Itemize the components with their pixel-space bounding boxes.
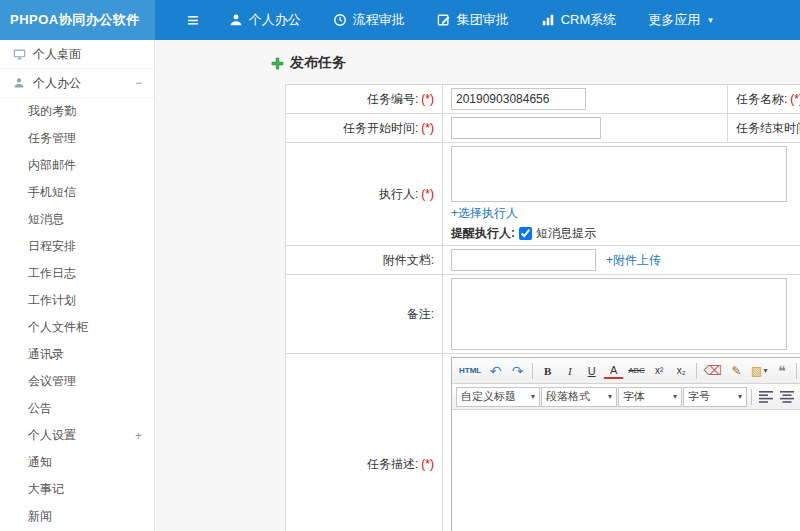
sidebar-item-work-plan[interactable]: 工作计划 [0, 287, 154, 314]
sidebar-item-label: 新闻 [28, 508, 52, 525]
sidebar-item-label: 手机短信 [28, 184, 76, 201]
select-label: 字号 [688, 389, 710, 404]
main-area: 发布任务 任务编号:(*) 任务名称:(*) [155, 40, 800, 531]
underline-button[interactable]: U [581, 361, 602, 381]
clock-icon [333, 13, 347, 27]
caret-down-icon: ▾ [608, 392, 612, 401]
source-button[interactable]: HTML [456, 361, 484, 381]
nav-label: 集团审批 [457, 11, 509, 29]
select-executor-link[interactable]: +选择执行人 [451, 206, 518, 220]
bold-button[interactable]: B [537, 361, 558, 381]
italic-button[interactable]: I [559, 361, 580, 381]
sidebar-item-label: 我的考勤 [28, 103, 76, 120]
editor-toolbar-row1: HTML ↶ ↷ B I U A ABC x² x₂ ⌫ [452, 358, 800, 384]
app-logo[interactable]: PHPOA协同办公软件 [0, 0, 155, 40]
align-left-icon [759, 391, 773, 403]
executor-textarea[interactable] [451, 146, 787, 202]
publish-task-form: 任务编号:(*) 任务名称:(*) 任务开始时间:(*) [285, 84, 800, 531]
field-label: 任务结束时间: [736, 121, 800, 135]
sidebar-item-internal-mail[interactable]: 内部邮件 [0, 152, 154, 179]
remark-cell [443, 275, 800, 354]
sidebar-item-work-log[interactable]: 工作日志 [0, 260, 154, 287]
align-center-button[interactable] [777, 387, 797, 407]
caret-down-icon: ▾ [738, 392, 742, 401]
caret-down-icon: ▾ [531, 392, 535, 401]
redo-icon[interactable]: ↷ [507, 361, 528, 381]
paragraph-format-select[interactable]: 段落格式▾ [541, 387, 617, 407]
remark-label: 备注: [286, 275, 443, 354]
sidebar-item-task-management[interactable]: 任务管理 [0, 125, 154, 152]
toolbar-separator [751, 389, 752, 405]
sidebar-item-events[interactable]: 大事记 [0, 476, 154, 503]
select-label: 自定义标题 [461, 389, 516, 404]
attachment-input[interactable] [451, 249, 596, 271]
sidebar-item-schedule[interactable]: 日程安排 [0, 233, 154, 260]
subscript-button[interactable]: x₂ [671, 361, 692, 381]
sidebar-item-file-cabinet[interactable]: 个人文件柜 [0, 314, 154, 341]
toolbar-separator [696, 363, 697, 379]
sidebar-item-label: 大事记 [28, 481, 64, 498]
sidebar-item-personal-office[interactable]: 个人办公 − [0, 69, 154, 98]
editor-toolbar-row2: 自定义标题▾ 段落格式▾ 字体▾ 字号▾ [452, 384, 800, 410]
sidebar-item-meeting[interactable]: 会议管理 [0, 368, 154, 395]
sidebar-item-attendance[interactable]: 我的考勤 [0, 98, 154, 125]
sidebar-item-label: 会议管理 [28, 373, 76, 390]
nav-label: CRM系统 [561, 11, 617, 29]
sidebar-item-label: 任务管理 [28, 130, 76, 147]
align-left-button[interactable] [756, 387, 776, 407]
blockquote-button[interactable]: ❝ [771, 361, 792, 381]
remark-textarea[interactable] [451, 278, 787, 350]
field-label: 任务开始时间: [343, 121, 418, 135]
font-family-select[interactable]: 字体▾ [618, 387, 682, 407]
menu-toggle-icon[interactable]: ≡ [187, 10, 199, 30]
font-size-select[interactable]: 字号▾ [683, 387, 747, 407]
format-painter-button[interactable]: ✎ [726, 361, 747, 381]
nav-more-apps[interactable]: 更多应用 ▾ [648, 11, 713, 29]
required-mark: (*) [421, 92, 434, 106]
table-row: 执行人:(*) +选择执行人 提醒执行人: 短消息提示 [286, 143, 800, 246]
field-label: 任务名称: [736, 92, 787, 106]
nav-personal-office[interactable]: 个人办公 [229, 11, 301, 29]
sidebar-item-short-message[interactable]: 短消息 [0, 206, 154, 233]
table-row: 备注: [286, 275, 800, 354]
nav-crm[interactable]: CRM系统 [541, 11, 617, 29]
toolbar-separator [796, 363, 797, 379]
field-label: 备注: [407, 307, 434, 321]
strikethrough-button[interactable]: ABC [625, 361, 647, 381]
nav-group-approval[interactable]: 集团审批 [437, 11, 509, 29]
custom-title-select[interactable]: 自定义标题▾ [456, 387, 540, 407]
start-time-label: 任务开始时间:(*) [286, 114, 443, 143]
user-icon [12, 77, 26, 89]
end-time-label: 任务结束时间:(*) [728, 114, 800, 143]
superscript-button[interactable]: x² [649, 361, 670, 381]
field-label: 附件文档: [383, 253, 434, 267]
caret-down-icon: ▾ [763, 366, 767, 375]
add-icon [271, 57, 284, 70]
select-label: 字体 [623, 389, 645, 404]
sidebar-item-mobile-sms[interactable]: 手机短信 [0, 179, 154, 206]
attachment-cell: +附件上传 [443, 246, 800, 275]
font-marker-button[interactable]: A [603, 363, 624, 379]
expand-icon[interactable]: + [135, 429, 142, 443]
sidebar-item-news[interactable]: 新闻 [0, 503, 154, 530]
sidebar-item-announcement[interactable]: 公告 [0, 395, 154, 422]
table-row: 任务描述:(*) HTML ↶ ↷ B I U A ABC [286, 354, 800, 531]
task-no-input[interactable] [451, 88, 586, 110]
sidebar-item-notification[interactable]: 通知 [0, 449, 154, 476]
highlight-button[interactable]: ▧▾ [748, 361, 770, 381]
attachment-upload-link[interactable]: +附件上传 [606, 252, 661, 269]
undo-icon[interactable]: ↶ [485, 361, 506, 381]
sidebar-item-personal-settings[interactable]: 个人设置 + [0, 422, 154, 449]
collapse-icon[interactable]: − [135, 76, 142, 90]
sidebar-item-contacts[interactable]: 通讯录 [0, 341, 154, 368]
sms-remind-checkbox[interactable] [519, 227, 532, 240]
sidebar-item-label: 个人办公 [33, 75, 81, 92]
nav-process-approval[interactable]: 流程审批 [333, 11, 405, 29]
sidebar-item-desktop[interactable]: 个人桌面 [0, 40, 154, 69]
task-name-label: 任务名称:(*) [728, 85, 800, 114]
start-time-input[interactable] [451, 117, 601, 139]
remove-format-button[interactable]: ⌫ [701, 361, 725, 381]
editor-content-area[interactable] [452, 410, 800, 531]
user-icon [229, 13, 243, 27]
topbar-nav: 个人办公 流程审批 集团审批 CRM系统 更多应用 ▾ [229, 11, 745, 29]
